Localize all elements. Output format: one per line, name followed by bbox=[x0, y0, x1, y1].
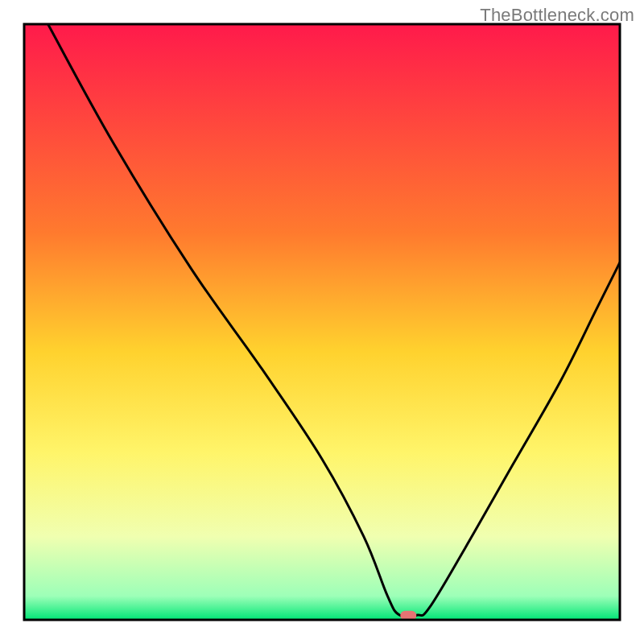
watermark-label: TheBottleneck.com bbox=[480, 5, 634, 26]
gradient-background bbox=[24, 24, 620, 620]
bottleneck-chart bbox=[0, 0, 644, 644]
chart-container: TheBottleneck.com bbox=[0, 0, 644, 644]
